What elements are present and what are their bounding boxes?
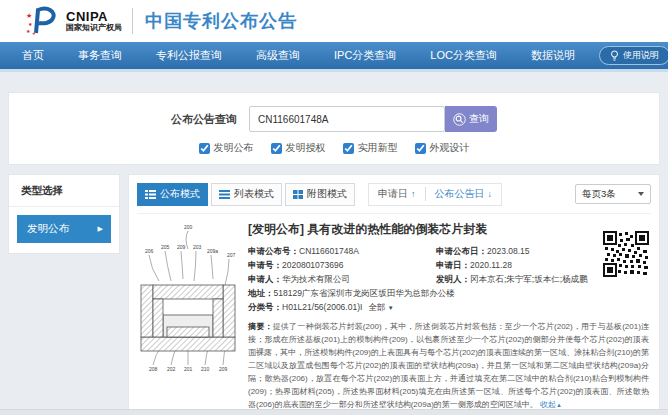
caret-down-icon: ▼: [388, 305, 394, 311]
field-applicant: 申请人：华为技术有限公司: [248, 273, 436, 286]
abstract-label: 摘要：: [248, 322, 273, 331]
list-mode-icon: [219, 190, 230, 199]
chevron-right-icon: ▶: [98, 225, 103, 233]
field-row: 地址：518129广东省深圳市龙岗区坂田华为总部办公楼: [248, 287, 651, 300]
sort-label: 申请日: [378, 187, 408, 201]
svg-text:200: 200: [184, 224, 193, 230]
patent-details: [发明公布] 具有改进的热性能的倒装芯片封装 申请公布号：CN116601748…: [248, 219, 651, 415]
field-application-number: 申请号：2020801073696: [248, 259, 436, 272]
svg-text:207: 207: [227, 252, 236, 258]
filter-invention-publication[interactable]: 发明公布: [199, 141, 254, 155]
nav-item-gazette-search[interactable]: 专利公报查询: [146, 48, 232, 63]
search-panel: 公布公告查询 查询 发明公布 发明授权 实用新型: [8, 92, 660, 165]
tab-label: 公布模式: [160, 187, 200, 201]
tab-publication-mode[interactable]: 公布模式: [137, 183, 208, 206]
page-size-value: 每页3条: [582, 188, 616, 201]
sort-by-application-date[interactable]: 申请日 ↑: [369, 187, 425, 201]
logo-acronym: CNIPA: [66, 10, 122, 24]
svg-text:209: 209: [219, 366, 228, 372]
svg-text:203: 203: [193, 244, 202, 250]
svg-text:206: 206: [145, 248, 154, 254]
main-nav: 首页 事务查询 专利公报查询 高级查询 IPC分类查询 LOC分类查询 数据说明…: [0, 42, 668, 72]
svg-text:★: ★: [28, 21, 33, 27]
filter-label: 发明授权: [286, 141, 326, 155]
field-row: 分类号：H01L21/56(2006.01)I 全部 ▼: [248, 301, 651, 315]
tab-label: 列表模式: [234, 187, 274, 201]
search-button[interactable]: 查询: [445, 106, 497, 132]
patent-abstract: 摘要：提供了一种倒装芯片封装(200)，其中，所述倒装芯片封装包括：至少一个芯片…: [248, 320, 651, 412]
qr-code: [603, 231, 649, 277]
svg-text:209a: 209a: [207, 248, 218, 254]
filter-invention-grant[interactable]: 发明授权: [271, 141, 326, 155]
sidebar-title: 类型选择: [9, 175, 119, 207]
header-divider: [132, 8, 133, 34]
search-row: 公布公告查询 查询: [9, 106, 659, 132]
logo-subtitle: 国家知识产权局: [66, 24, 122, 32]
nav-item-ipc-search[interactable]: IPC分类查询: [324, 48, 406, 63]
tab-figure-mode[interactable]: 附图模式: [285, 183, 355, 206]
filter-label: 外观设计: [430, 141, 470, 155]
publication-search-input[interactable]: [249, 106, 445, 132]
results-panel: 公布模式 列表模式 附图模式: [128, 174, 660, 415]
utility-model-checkbox[interactable]: [343, 143, 354, 154]
sort-by-publication-date[interactable]: 公布公告日 ↓: [426, 187, 502, 201]
tab-list-mode[interactable]: 列表模式: [211, 183, 282, 206]
svg-text:201: 201: [184, 366, 193, 372]
patent-type-tag: [发明公布]: [248, 222, 304, 236]
page-size-select[interactable]: 每页3条: [575, 184, 651, 204]
search-button-label: 查询: [469, 112, 489, 126]
patent-announcement-page: ★ ★ ★ ★ CNIPA 国家知识产权局 中国专利公布公告 首页 事务查询 专…: [0, 0, 668, 415]
search-label: 公布公告查询: [171, 112, 237, 127]
invention-grant-checkbox[interactable]: [271, 143, 282, 154]
publication-type-filters: 发明公布 发明授权 实用新型 外观设计: [9, 141, 659, 155]
sort-label: 公布公告日: [435, 187, 485, 201]
nav-item-advanced-search[interactable]: 高级查询: [246, 48, 310, 63]
svg-text:209: 209: [177, 244, 186, 250]
invention-publication-checkbox[interactable]: [199, 143, 210, 154]
tab-label: 附图模式: [307, 187, 347, 201]
results-toolbar: 公布模式 列表模式 附图模式: [137, 181, 651, 207]
search-icon: [453, 113, 466, 126]
usage-help-button[interactable]: 使用说明: [599, 46, 668, 65]
main-content-row: 类型选择 发明公布 ▶ 公布模式: [8, 174, 660, 415]
nav-item-transaction-search[interactable]: 事务查询: [68, 48, 132, 63]
field-publication-number: 申请公布号：CN116601748A: [248, 245, 436, 258]
patent-title-text: 具有改进的热性能的倒装芯片封装: [307, 222, 487, 236]
field-row: 申请号：2020801073696 申请日：2020.11.28: [248, 259, 651, 272]
field-address: 地址：518129广东省深圳市龙岗区坂田华为总部办公楼: [248, 287, 455, 300]
filter-label: 实用新型: [358, 141, 398, 155]
patent-figure-thumbnail[interactable]: 200 206205209 203209a207 208202201 21020…: [137, 219, 239, 377]
filter-utility-model[interactable]: 实用新型: [343, 141, 398, 155]
sidebar-item-label: 发明公布: [27, 222, 69, 236]
design-checkbox[interactable]: [415, 143, 426, 154]
svg-text:★: ★: [26, 12, 32, 19]
collapse-abstract-link[interactable]: 收起▲: [540, 400, 562, 409]
field-classification: 分类号：H01L21/56(2006.01)I: [248, 301, 362, 315]
site-header: ★ ★ ★ ★ CNIPA 国家知识产权局 中国专利公布公告: [0, 0, 668, 42]
patent-title[interactable]: [发明公布] 具有改进的热性能的倒装芯片封装: [248, 221, 651, 238]
chevron-down-icon: [638, 192, 644, 196]
sidebar-item-invention-publication[interactable]: 发明公布 ▶: [17, 215, 111, 243]
svg-text:205: 205: [161, 244, 170, 250]
filter-design[interactable]: 外观设计: [415, 141, 470, 155]
filter-label: 发明公布: [214, 141, 254, 155]
arrow-down-icon: ↓: [488, 189, 493, 199]
nav-item-data-description[interactable]: 数据说明: [521, 48, 585, 63]
lightbulb-icon: [610, 50, 619, 61]
field-row: 申请人：华为技术有限公司 发明人：冈本京石;朱宁军;坂本仁;杨成鹏: [248, 273, 651, 286]
svg-text:210: 210: [201, 366, 210, 372]
field-row: 申请公布号：CN116601748A 申请公布日：2023.08.15: [248, 245, 651, 258]
figure-mode-icon: [293, 190, 303, 199]
svg-text:★: ★: [32, 31, 36, 36]
classification-all-link[interactable]: 全部 ▼: [368, 301, 393, 315]
caret-up-icon: ▲: [556, 402, 562, 408]
nav-item-loc-search[interactable]: LOC分类查询: [420, 48, 507, 63]
abstract-text: 提供了一种倒装芯片封装(200)，其中，所述倒装芯片封装包括：至少一个芯片(20…: [248, 322, 649, 409]
svg-text:★: ★: [26, 28, 31, 34]
publication-mode-icon: [145, 190, 156, 199]
nav-item-home[interactable]: 首页: [12, 48, 54, 63]
svg-text:202: 202: [167, 366, 176, 372]
usage-help-label: 使用说明: [623, 49, 659, 62]
page-footer: [0, 409, 668, 415]
sort-controls: 申请日 ↑ 公布公告日 ↓: [368, 183, 502, 206]
